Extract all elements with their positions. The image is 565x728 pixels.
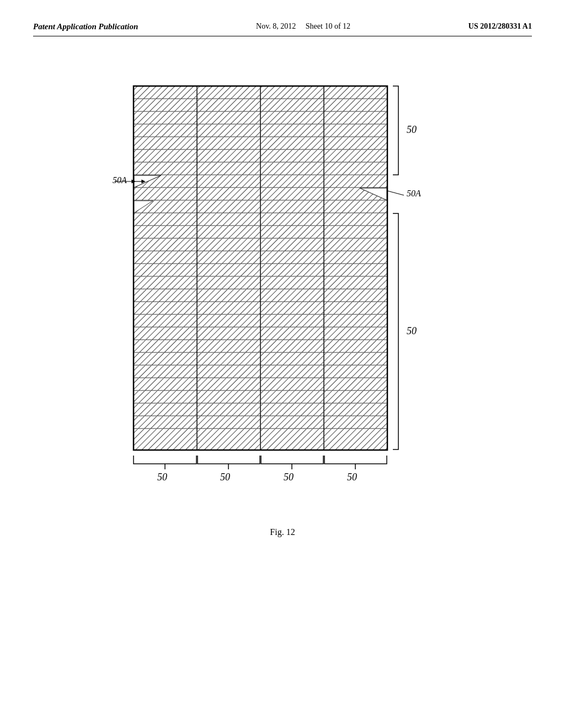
- svg-rect-80: [198, 264, 260, 276]
- svg-rect-121: [261, 366, 323, 378]
- svg-rect-13: [261, 99, 323, 111]
- svg-rect-33: [261, 150, 323, 162]
- svg-rect-67: [324, 226, 387, 238]
- svg-rect-65: [198, 226, 260, 238]
- svg-rect-23: [261, 125, 323, 137]
- sheet-info: Sheet 10 of 12: [306, 22, 350, 30]
- diagram-wrapper: 50 50A 50A 50 50 50: [111, 81, 454, 537]
- svg-rect-130: [198, 391, 260, 403]
- svg-rect-48: [198, 188, 260, 200]
- svg-text:50: 50: [157, 472, 167, 483]
- svg-rect-26: [134, 137, 196, 149]
- svg-rect-127: [324, 378, 387, 390]
- svg-rect-62: [324, 213, 387, 226]
- svg-rect-132: [324, 391, 387, 403]
- svg-rect-16: [134, 112, 196, 124]
- svg-rect-135: [198, 404, 260, 416]
- svg-rect-116: [261, 353, 323, 365]
- svg-text:50: 50: [407, 124, 417, 135]
- svg-rect-146: [261, 429, 323, 449]
- svg-rect-8: [261, 87, 323, 99]
- svg-rect-81: [261, 264, 323, 276]
- svg-rect-49: [261, 188, 323, 200]
- header-center: Nov. 8, 2012 Sheet 10 of 12: [256, 22, 350, 31]
- svg-text:50: 50: [347, 472, 357, 483]
- svg-rect-82: [324, 264, 387, 276]
- svg-rect-141: [261, 416, 323, 429]
- svg-rect-29: [324, 137, 387, 149]
- svg-rect-109: [134, 340, 196, 352]
- svg-rect-56: [324, 201, 387, 213]
- svg-rect-24: [324, 125, 387, 137]
- svg-rect-18: [261, 112, 323, 124]
- figure-svg: 50 50A 50A 50 50 50: [111, 81, 454, 511]
- svg-rect-17: [198, 112, 260, 124]
- svg-rect-142: [324, 416, 387, 429]
- svg-rect-59: [134, 213, 196, 226]
- svg-rect-112: [324, 340, 387, 352]
- svg-rect-105: [198, 328, 260, 340]
- svg-rect-42: [198, 175, 260, 188]
- svg-rect-11: [134, 99, 196, 111]
- svg-rect-27: [198, 137, 260, 149]
- svg-rect-7: [198, 87, 260, 99]
- svg-rect-117: [324, 353, 387, 365]
- svg-rect-96: [261, 302, 323, 314]
- svg-rect-60: [198, 213, 260, 226]
- svg-rect-94: [134, 302, 196, 314]
- svg-text:50: 50: [407, 325, 417, 336]
- svg-rect-31: [134, 150, 196, 162]
- svg-rect-77: [324, 251, 387, 264]
- figure-label: Fig. 12: [270, 527, 295, 537]
- svg-rect-54: [198, 201, 260, 213]
- svg-rect-137: [324, 404, 387, 416]
- svg-rect-95: [198, 302, 260, 314]
- svg-rect-90: [198, 290, 260, 302]
- svg-rect-19: [324, 112, 387, 124]
- figure-container: 50 50A 50A 50 50 50: [33, 81, 532, 537]
- svg-rect-145: [198, 429, 260, 449]
- svg-text:50A: 50A: [113, 175, 127, 185]
- svg-rect-75: [198, 251, 260, 264]
- svg-rect-36: [134, 163, 196, 175]
- svg-rect-131: [261, 391, 323, 403]
- svg-text:50: 50: [284, 472, 294, 483]
- svg-rect-79: [134, 264, 196, 276]
- svg-rect-120: [198, 366, 260, 378]
- svg-rect-89: [134, 290, 196, 302]
- svg-rect-69: [134, 239, 196, 251]
- svg-rect-28: [261, 137, 323, 149]
- svg-rect-76: [261, 251, 323, 264]
- svg-rect-106: [261, 328, 323, 340]
- svg-rect-9: [324, 87, 387, 99]
- svg-line-152: [387, 191, 404, 195]
- svg-rect-87: [324, 277, 387, 289]
- svg-rect-71: [261, 239, 323, 251]
- svg-rect-32: [198, 150, 260, 162]
- svg-rect-84: [134, 277, 196, 289]
- svg-rect-85: [198, 277, 260, 289]
- svg-rect-55: [261, 201, 323, 213]
- page-header: Patent Application Publication Nov. 8, 2…: [33, 22, 532, 36]
- svg-rect-91: [261, 290, 323, 302]
- svg-rect-110: [198, 340, 260, 352]
- svg-rect-114: [134, 353, 196, 365]
- svg-rect-6: [134, 87, 196, 99]
- svg-rect-37: [198, 163, 260, 175]
- svg-rect-102: [324, 315, 387, 327]
- publication-date: Nov. 8, 2012: [256, 22, 296, 30]
- svg-rect-38: [261, 163, 323, 175]
- page: Patent Application Publication Nov. 8, 2…: [0, 0, 565, 728]
- svg-rect-126: [261, 378, 323, 390]
- svg-rect-12: [198, 99, 260, 111]
- svg-rect-124: [134, 378, 196, 390]
- patent-number: US 2012/280331 A1: [468, 22, 532, 31]
- svg-rect-47: [134, 188, 196, 200]
- svg-rect-125: [198, 378, 260, 390]
- svg-rect-61: [261, 213, 323, 226]
- svg-rect-44: [324, 175, 387, 188]
- svg-rect-104: [134, 328, 196, 340]
- svg-rect-72: [324, 239, 387, 251]
- svg-rect-119: [134, 366, 196, 378]
- svg-text:50: 50: [220, 472, 230, 483]
